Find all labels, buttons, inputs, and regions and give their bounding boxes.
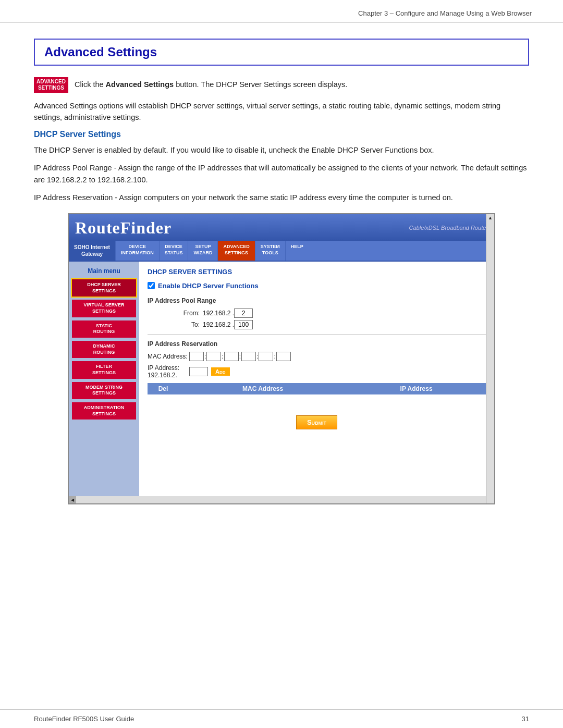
submit-row: Submit [148,415,486,429]
router-brand: RouteFinder [75,218,172,238]
pool-range-label: IP Address Pool Range [148,297,486,304]
enable-dhcp-checkbox[interactable] [148,282,155,289]
nav-system-tools[interactable]: SYSTEMTOOLS [255,241,285,261]
sidebar-item-dhcp-server-settings[interactable]: DHCP SERVERSETTINGS [72,279,136,297]
from-ip-input[interactable] [234,309,253,318]
to-ip-static: 192.168.2 . [203,321,234,328]
add-button[interactable]: Add [211,367,230,376]
router-main-panel: DHCP SERVER SETTINGS Enable DHCP Server … [139,262,494,496]
dhcp-para-2: IP Address Pool Range - Assign the range… [34,162,529,186]
page-header: Chapter 3 – Configure and Manage Using a… [0,0,563,23]
vertical-scrollbar[interactable]: ▲ [486,214,494,503]
mac-field-1[interactable] [189,352,204,361]
footer-right: 31 [522,715,529,723]
bold-advanced-settings-2: Advanced Settings [34,102,97,110]
from-ip-static: 192.168.2 . [203,310,234,317]
mac-sep-3: : [239,353,241,360]
dhcp-heading: DHCP Server Settings [34,130,529,139]
scroll-left-button[interactable]: ◀ [69,496,76,503]
nav-gateway: SOHO Internet Gateway [69,241,115,261]
from-row: From: 192.168.2 . [179,309,486,318]
footer-left: RouteFinder RF500S User Guide [34,715,134,723]
to-row: To: 192.168.2 . [179,320,486,329]
reservation-label: IP Address Reservation [148,340,486,348]
col-mac: MAC Address [179,383,347,394]
page-footer: RouteFinder RF500S User Guide 31 [0,709,563,728]
intro-paragraph-2: Advanced Settings options will establish… [34,100,529,124]
from-label: From: [179,310,200,317]
router-tagline: Cable/xDSL Broadband Router [409,225,488,231]
router-header: RouteFinder Cable/xDSL Broadband Router [69,214,494,241]
mac-field-2[interactable] [206,352,221,361]
mac-sep-4: : [256,353,258,360]
dhcp-para-1: The DHCP Server is enabled by default. I… [34,144,529,156]
router-sidebar: Main menu DHCP SERVERSETTINGS VIRTUAL SE… [69,262,139,496]
ip-address-row: IP Address: 192.168.2. Add [148,364,486,379]
horizontal-scrollbar[interactable]: ◀ ▶ [69,496,494,503]
sidebar-item-dynamic-routing[interactable]: DYNAMICROUTING [72,341,136,358]
section-title: Advanced Settings [44,45,519,59]
panel-title: DHCP SERVER SETTINGS [148,268,486,276]
sidebar-item-virtual-server-settings[interactable]: VIRTUAL SERVERSETTINGS [72,300,136,317]
nav-setup-wizard[interactable]: SETUPWIZARD [188,241,217,261]
reservation-table: Del MAC Address IP Address [148,383,486,394]
mac-sep-5: : [274,353,275,360]
submit-button[interactable]: Submit [296,415,337,429]
main-content: Advanced Settings DHCP SERVER SETTINGS A… [0,23,563,520]
sidebar-item-administration-settings[interactable]: ADMINISTRATIONSETTINGS [72,402,136,419]
bold-advanced-settings: Advanced Settings [106,80,174,89]
mac-address-label: MAC Address: [148,353,189,360]
enable-dhcp-row: Enable DHCP Server Functions [148,282,486,290]
mac-address-row: MAC Address: : : : : : [148,352,486,361]
ip-last-octet-input[interactable] [189,367,208,376]
chapter-header: Chapter 3 – Configure and Manage Using a… [358,9,532,17]
enable-dhcp-label: Enable DHCP Server Functions [158,282,259,290]
scroll-track[interactable] [76,496,487,503]
sidebar-item-modem-string-settings[interactable]: MODEM STRINGSETTINGS [72,382,136,399]
table-header-row: Del MAC Address IP Address [148,383,486,394]
nav-help[interactable]: HELP [285,241,309,261]
nav-device-information[interactable]: DEVICEINFORMATION [115,241,159,261]
advanced-settings-badge: DHCP SERVER SETTINGS ADVANCEDSETTINGS [34,77,68,93]
router-screenshot: RouteFinder Cable/xDSL Broadband Router … [68,213,495,504]
pool-range: From: 192.168.2 . To: 192.168.2 . [179,309,486,329]
mac-field-5[interactable] [259,352,273,361]
intro-paragraph-1: DHCP SERVER SETTINGS ADVANCEDSETTINGS Cl… [34,77,529,93]
router-body: Main menu DHCP SERVERSETTINGS VIRTUAL SE… [69,262,494,496]
nav-advanced-settings[interactable]: ADVANCEDSETTINGS [217,241,254,261]
sidebar-item-filter-settings[interactable]: FILTERSETTINGS [72,361,136,378]
col-ip: IP Address [347,383,486,394]
sidebar-item-static-routing[interactable]: STATICROUTING [72,320,136,338]
to-ip-input[interactable] [234,320,253,329]
section-title-box: Advanced Settings [34,39,529,66]
to-label: To: [179,321,200,328]
sidebar-main-menu[interactable]: Main menu [72,266,136,276]
divider [148,335,486,335]
mac-sep-2: : [222,353,223,360]
mac-field-4[interactable] [241,352,256,361]
nav-device-status[interactable]: DEVICESTATUS [159,241,188,261]
mac-field-3[interactable] [224,352,239,361]
dhcp-para-3: IP Address Reservation - Assign computer… [34,192,529,203]
col-del: Del [148,383,179,394]
mac-sep-1: : [204,353,206,360]
router-nav: SOHO Internet Gateway DEVICEINFORMATION … [69,241,494,262]
reservation-section: IP Address Reservation MAC Address: : : … [148,340,486,394]
ip-address-label: IP Address: 192.168.2. [148,364,189,379]
mac-field-6[interactable] [276,352,291,361]
